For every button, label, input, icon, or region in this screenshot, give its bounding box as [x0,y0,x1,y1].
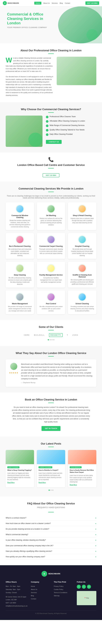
footer-logo-text: BENCHMARK [48,573,60,575]
facebook-icon[interactable]: f [77,585,81,589]
service-desc-5: Thorough commercial carpet cleaning to r… [39,248,63,254]
blog-excerpt-3: Learn how to remove red wine stains from… [70,474,95,483]
faq-question-2: How much does an office cleaner cost in … [6,522,51,524]
logo[interactable]: B BENCHMARK [3,1,19,5]
nav-services[interactable]: Services [52,2,58,4]
faq-question-7: Have you already offering a qualifying o… [6,550,52,552]
clients-dots [6,339,96,340]
service-desc-12: Providing consistent and safe school cle… [70,306,94,312]
service-card-10: Waste Management We provide a full range… [6,290,34,314]
dot-3[interactable] [51,339,53,340]
footer-legal-list: Privacy Policy Cookie Policy Terms & Con… [54,585,73,597]
blog-dot-3[interactable] [52,490,53,491]
faq-item-6[interactable]: Does your commercial office cleaning com… [6,543,96,548]
services-underline [48,192,54,192]
footer-cookie[interactable]: Cookie Policy [54,588,63,590]
service-card-7: Deep Cleaning We offer professional deep… [6,262,34,288]
dot-1[interactable] [48,339,49,340]
footer-link-contact[interactable]: Contact [31,598,36,600]
footer-link-home[interactable]: Home [31,586,35,587]
callcenter-button[interactable]: 0207 118 0864 [43,173,59,177]
service-desc-3: Impress every time a customer steps thro… [70,217,94,224]
dot-2[interactable] [50,339,51,340]
client-logo-1: CBRE [24,334,30,336]
service-icon-wrap-11 [47,293,55,301]
book-button[interactable]: GET IN TOUCH [41,426,61,431]
footer-email: info@benchmarkcleaning.co.uk [6,604,27,608]
service-icon-wrap-10 [15,293,24,301]
footer-sitemap[interactable]: Sitemap [54,595,60,596]
blog-post-title-3: How to Easily Remove Red Wine Stains fro… [70,469,95,474]
testimonial-author: — Stephanie Murray [21,382,93,384]
service-icon-img-5 [47,236,55,243]
nav-about[interactable]: About Us [43,2,50,4]
linkedin-icon[interactable]: in [87,585,91,589]
twitter-icon[interactable]: t [82,585,86,589]
footer-map: 📍 Map [77,591,96,605]
footer-col-legal: The Fine Print Privacy Policy Cookie Pol… [54,581,73,608]
faq-item-4[interactable]: What is commercial cleaning? ▸ [6,532,96,538]
why-underline [48,112,54,113]
blog-tag-2: CARPET CLEANING [39,466,52,468]
why-item-3: ✓ Wide Range of Commercial Cleaning Serv… [46,124,96,127]
hero-section: Commercial & Office Cleaning Services in… [0,6,102,43]
nav-home[interactable]: Home [34,2,41,4]
footer-privacy[interactable]: Privacy Policy [54,586,63,587]
read-more-1[interactable]: Read More [7,482,32,483]
blog-dot-1[interactable] [49,490,50,491]
read-more-3[interactable]: Read More [70,484,95,486]
service-name-9: Graffiti & Chewing Gum Removal [70,274,94,278]
service-card-5: Commercial Carpet Cleaning Thorough comm… [37,233,65,259]
service-card-2: Jet Washing Restore our surfaces for and… [37,202,65,230]
contact-button[interactable]: CONTACT US [46,140,62,144]
service-card-12: School Cleaning Providing consistent and… [68,290,96,314]
service-icon-img-1 [16,205,23,212]
blog-tag-3: STAIN REMOVAL [70,466,82,468]
faq-item-5[interactable]: Is your office cleaning, window cleaning… [6,538,96,543]
faq-item-8[interactable]: How quickly can your office cleaning com… [6,554,96,560]
service-icon-img-2 [47,205,55,212]
faq-item-7[interactable]: Have you already offering a qualifying o… [6,548,96,554]
blog-body-1: DEEP CLEANING What is Deep Cleaning Fogg… [6,464,34,485]
service-icon-wrap-3 [78,204,87,213]
about-section: About Our Professional Office Cleaning i… [0,43,102,102]
book-title: Book an Office Cleaning Service in Londo… [6,398,96,401]
footer-link-blog[interactable]: Blog [31,595,34,596]
about-letter: W [6,57,12,64]
blog-dot-2[interactable] [50,490,52,491]
faq-question-1: What is a contract cleaner? [6,517,26,519]
footer-link-services[interactable]: Services [31,592,37,594]
footer-link-about[interactable]: About Us [31,588,37,590]
service-name-12: School Cleaning [70,303,94,305]
service-name-4: Bar & Restaurant Cleaning [8,245,32,247]
service-card-3: Shop & Retail Cleaning Impress every tim… [68,202,96,230]
services-grid: Commercial Window Cleaning Streak-free w… [6,202,96,314]
footer-phone: 0207 118 0864 [6,601,27,604]
service-icon-wrap-4 [15,235,24,244]
faq-item-2[interactable]: How much does an office cleaner cost in … [6,521,96,526]
nav-contact[interactable]: Contact [65,2,70,4]
faq-chevron-7: ▸ [96,550,96,552]
blog-tag-1: DEEP CLEANING [7,466,19,468]
faq-item-3[interactable]: Do you provide cleaning services at a lo… [6,526,96,532]
service-icon-img-8 [47,265,55,272]
nav-blog[interactable]: Blog [60,2,63,4]
faq-question-8: How quickly can your office cleaning com… [6,556,45,558]
faq-item-1[interactable]: What is a contract cleaner? ▸ [6,515,96,521]
footer-company-title: Company [31,581,50,583]
service-card-4: Bar & Restaurant Cleaning We understand … [6,233,34,259]
blog-card-2: CARPET CLEANING How to Disinfect a Carpe… [37,450,65,487]
footer-terms[interactable]: Terms & Conditions [54,592,67,594]
testimonial-stars: ★★★★★ [9,372,18,374]
dot-4[interactable] [53,339,54,340]
blog-post-title-1: What is Deep Cleaning Fogging? [7,469,32,471]
testimonial-box: ★★★★★ Benchmark are excellent used Bench… [6,360,96,387]
faq-section: FAQ About Our Office Cleaning Service FR… [0,496,102,565]
service-card-11: Pest Control We offer comprehensive pest… [37,290,65,314]
blog-section: Our Latest Posts DEEP CLEANING What is D… [0,436,102,496]
testimonial-underline [48,356,54,356]
callcenter-underline [48,168,54,168]
header-phone[interactable]: 0207 118 0864 [86,2,99,5]
read-more-2[interactable]: Read More [39,482,63,483]
title-underline [48,54,54,54]
